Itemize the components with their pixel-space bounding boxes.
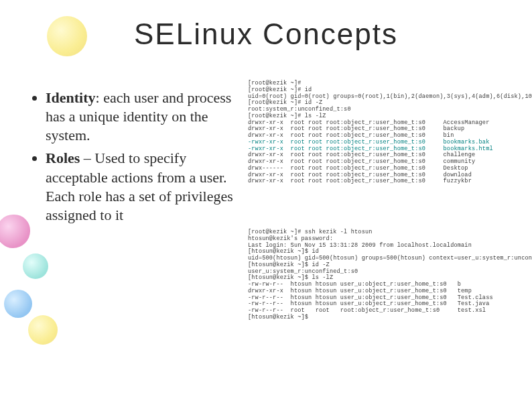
bullet-item-roles: Roles – Used to specify acceptable actio… — [46, 149, 241, 225]
bullet-sep: – — [80, 150, 94, 166]
bullet-label: Identity — [46, 89, 96, 106]
bullet-sep: : — [96, 89, 104, 106]
terminal-line: [htosun@kezik ~]$ — [248, 315, 523, 321]
decoration-circle — [28, 315, 58, 345]
bullet-list: Identity: each user and process has a un… — [34, 89, 241, 225]
terminal-line: drwxr-xr-x root root root:object_r:user_… — [248, 178, 523, 185]
slide-title: SELinux Concepts — [0, 17, 532, 51]
terminal-output-root: [root@kezik ~]#[root@kezik ~]# iduid=0(r… — [248, 80, 523, 185]
bullet-list-container: Identity: each user and process has a un… — [34, 89, 241, 229]
bullet-item-identity: Identity: each user and process has a un… — [46, 89, 241, 145]
decoration-circle — [0, 215, 30, 248]
decoration-circle — [4, 290, 32, 318]
terminal-output-user: [root@kezik ~]# ssh kezik -l htosunhtosu… — [248, 229, 523, 321]
decoration-circle — [23, 253, 48, 279]
bullet-label: Roles — [46, 150, 80, 166]
